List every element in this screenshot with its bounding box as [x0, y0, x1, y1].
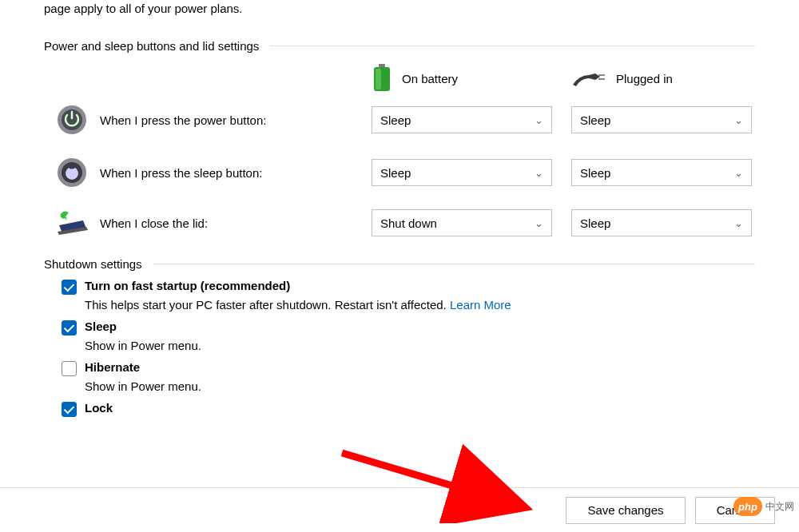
- fast-startup-desc-text: This helps start your PC faster after sh…: [85, 298, 450, 312]
- checkbox-lock-label: Lock: [85, 401, 113, 415]
- chevron-down-icon: ⌄: [535, 114, 543, 126]
- php-logo-icon: php: [733, 497, 762, 516]
- row-sleep-button-label: When I press the sleep button:: [100, 166, 372, 180]
- select-sleep-plugged-value: Sleep: [580, 166, 610, 180]
- checkbox-sleep-label: Sleep: [85, 320, 117, 333]
- section-shutdown: Shutdown settings: [44, 257, 755, 271]
- svg-rect-2: [376, 69, 381, 89]
- row-close-lid: When I close the lid: Shut down ⌄ Sleep …: [44, 209, 755, 236]
- svg-rect-4: [598, 78, 605, 80]
- select-sleep-battery-value: Sleep: [380, 166, 411, 180]
- row-sleep-button: When I press the sleep button: Sleep ⌄ S…: [44, 157, 755, 189]
- column-plugged-in-label: Plugged in: [616, 72, 673, 85]
- intro-text: page apply to all of your power plans.: [44, 0, 755, 17]
- chevron-down-icon: ⌄: [734, 114, 743, 126]
- plug-icon: [571, 67, 606, 89]
- select-lid-battery-value: Shut down: [380, 216, 437, 230]
- save-changes-button[interactable]: Save changes: [566, 497, 686, 524]
- select-power-plugged[interactable]: Sleep ⌄: [571, 106, 752, 133]
- checkbox-lock[interactable]: [62, 402, 77, 417]
- checkbox-fast-startup[interactable]: [62, 280, 77, 295]
- select-power-battery[interactable]: Sleep ⌄: [372, 106, 552, 133]
- chevron-down-icon: ⌄: [734, 217, 743, 229]
- select-power-battery-value: Sleep: [380, 113, 411, 127]
- watermark: php 中文网: [733, 497, 794, 516]
- chevron-down-icon: ⌄: [535, 167, 543, 179]
- select-sleep-plugged[interactable]: Sleep ⌄: [571, 159, 752, 186]
- row-power-button-label: When I press the power button:: [100, 113, 372, 127]
- section-power-buttons: Power and sleep buttons and lid settings: [44, 39, 755, 53]
- svg-rect-3: [598, 74, 605, 76]
- sleep-description: Show in Power menu.: [85, 339, 755, 352]
- column-plugged-in: Plugged in: [571, 67, 771, 89]
- column-on-battery-label: On battery: [402, 72, 458, 85]
- watermark-text: 中文网: [765, 500, 794, 514]
- svg-rect-0: [379, 64, 385, 67]
- row-close-lid-label: When I close the lid:: [100, 216, 372, 230]
- power-button-icon: [56, 104, 88, 136]
- sleep-button-icon: [56, 157, 88, 189]
- learn-more-link[interactable]: Learn More: [450, 298, 511, 312]
- checkbox-fast-startup-label: Turn on fast startup (recommended): [85, 279, 290, 292]
- select-lid-battery[interactable]: Shut down ⌄: [372, 209, 552, 236]
- select-lid-plugged[interactable]: Sleep ⌄: [571, 209, 752, 236]
- column-on-battery: On battery: [372, 64, 571, 93]
- chevron-down-icon: ⌄: [535, 217, 543, 229]
- fast-startup-description: This helps start your PC faster after sh…: [85, 298, 755, 312]
- section-power-buttons-label: Power and sleep buttons and lid settings: [44, 39, 270, 53]
- select-lid-plugged-value: Sleep: [580, 216, 610, 230]
- select-sleep-battery[interactable]: Sleep ⌄: [372, 159, 552, 186]
- divider: [270, 46, 755, 46]
- row-power-button: When I press the power button: Sleep ⌄ S…: [44, 104, 755, 136]
- button-bar: Save changes Cancel: [0, 487, 799, 532]
- battery-icon: [372, 64, 392, 93]
- chevron-down-icon: ⌄: [734, 167, 743, 179]
- hibernate-description: Show in Power menu.: [85, 379, 755, 393]
- divider: [153, 264, 755, 264]
- checkbox-hibernate-label: Hibernate: [85, 360, 140, 374]
- select-power-plugged-value: Sleep: [580, 113, 610, 127]
- laptop-lid-icon: [54, 209, 89, 236]
- section-shutdown-label: Shutdown settings: [44, 257, 153, 271]
- checkbox-hibernate[interactable]: [62, 361, 77, 376]
- checkbox-sleep[interactable]: [62, 320, 77, 335]
